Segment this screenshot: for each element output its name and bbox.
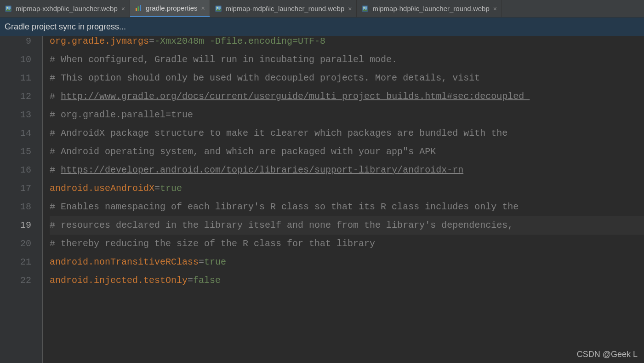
url-link[interactable]: http://www.gradle.org/docs/current/userg… (61, 91, 530, 102)
line-number: 9 (0, 36, 31, 51)
code-line[interactable]: android.nonTransitiveRClass=true (50, 253, 644, 271)
line-number: 13 (0, 106, 31, 124)
tab-ic-launcher-round-hdpi[interactable]: mipmap-hdpi\ic_launcher_round.webp × (357, 0, 502, 17)
svg-point-11 (364, 7, 365, 8)
svg-rect-3 (136, 8, 137, 11)
url-link[interactable]: https://developer.android.com/topic/libr… (61, 165, 463, 175)
code-line[interactable]: # When configured, Gradle will run in in… (50, 51, 644, 69)
code-line[interactable]: # Android operating system, and which ar… (50, 143, 644, 161)
line-number: 11 (0, 69, 31, 87)
tab-gradle-properties[interactable]: gradle.properties × (130, 0, 210, 17)
line-number: 17 (0, 179, 31, 198)
line-number: 18 (0, 198, 31, 216)
tab-ic-launcher-xxhdpi[interactable]: mipmap-xxhdpi\ic_launcher.webp × (0, 0, 130, 17)
editor-tab-bar: mipmap-xxhdpi\ic_launcher.webp × gradle.… (0, 0, 644, 17)
code-line[interactable]: # resources declared in the library itse… (50, 216, 644, 235)
line-number: 21 (0, 253, 31, 271)
code-line[interactable]: android.injected.testOnly=false (50, 271, 644, 290)
tab-label: gradle.properties (146, 4, 198, 12)
code-line[interactable]: # thereby reducing the size of the R cla… (50, 235, 644, 253)
code-line[interactable]: # AndroidX package structure to make it … (50, 124, 644, 143)
tab-label: mipmap-hdpi\ic_launcher_round.webp (372, 5, 489, 12)
close-icon[interactable]: × (493, 5, 497, 12)
line-number: 20 (0, 235, 31, 253)
line-number: 14 (0, 124, 31, 143)
svg-point-8 (217, 7, 218, 8)
code-line[interactable]: android.useAndroidX=true (50, 179, 644, 198)
tab-ic-launcher-round-mdpi[interactable]: mipmap-mdpi\ic_launcher_round.webp × (210, 0, 357, 17)
image-file-icon (5, 5, 12, 12)
line-number-gutter: 8910111213141516171819202122 (0, 36, 43, 363)
close-icon[interactable]: × (348, 5, 352, 12)
properties-file-icon (135, 5, 142, 12)
close-icon[interactable]: × (201, 5, 205, 12)
line-number: 16 (0, 161, 31, 179)
line-number: 12 (0, 87, 31, 106)
code-line[interactable]: # org.gradle.parallel=true (50, 106, 644, 124)
code-editor[interactable]: 8910111213141516171819202122 # The setti… (0, 36, 644, 363)
banner-text: Gradle project sync in progress... (5, 22, 126, 32)
line-number: 15 (0, 143, 31, 161)
watermark: CSDN @Geek L (577, 350, 638, 359)
tab-label: mipmap-xxhdpi\ic_launcher.webp (16, 5, 118, 12)
close-icon[interactable]: × (121, 5, 125, 12)
tab-label: mipmap-mdpi\ic_launcher_round.webp (226, 5, 344, 12)
svg-point-2 (7, 7, 8, 8)
code-content[interactable]: # The setting is particularly useful for… (43, 36, 644, 363)
gradle-sync-banner: Gradle project sync in progress... (0, 17, 644, 36)
code-line[interactable]: # http://www.gradle.org/docs/current/use… (50, 87, 644, 106)
code-line[interactable]: # https://developer.android.com/topic/li… (50, 161, 644, 179)
line-number: 19 (0, 216, 31, 235)
code-line[interactable]: # This option should only be used with d… (50, 69, 644, 87)
code-line[interactable]: org.gradle.jvmargs=-Xmx2048m -Dfile.enco… (50, 36, 644, 51)
svg-rect-4 (137, 6, 139, 11)
line-number: 10 (0, 51, 31, 69)
svg-rect-5 (140, 5, 141, 11)
image-file-icon (361, 5, 369, 12)
image-file-icon (215, 5, 222, 12)
code-line[interactable]: # Enables namespacing of each library's … (50, 198, 644, 216)
line-number: 22 (0, 271, 31, 290)
